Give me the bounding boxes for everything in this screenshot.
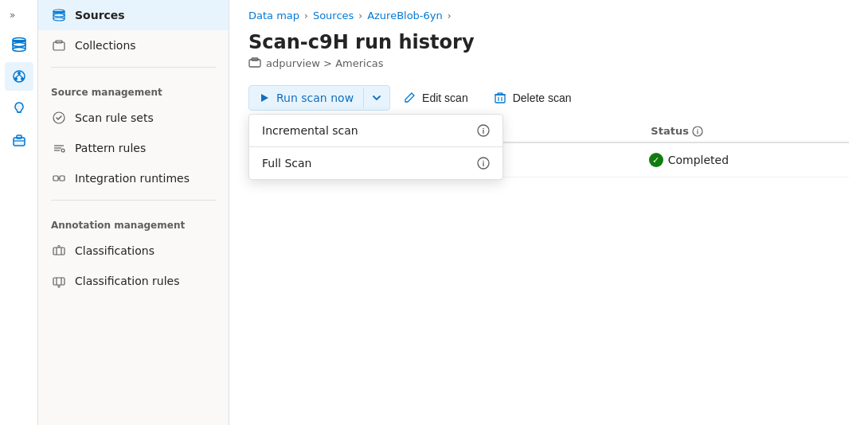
scan-rule-sets-label: Scan rule sets xyxy=(75,111,154,124)
run-scan-dropdown-menu: Incremental scan Full Scan xyxy=(248,114,503,180)
edit-scan-button[interactable]: Edit scan xyxy=(390,86,481,110)
status-label: Completed xyxy=(668,154,729,166)
lightbulb-rail-icon[interactable] xyxy=(5,94,33,123)
full-scan-option[interactable]: Full Scan xyxy=(249,147,502,179)
sidebar-item-integration-runtimes[interactable]: Integration runtimes xyxy=(38,163,229,193)
page-subtitle: adpurview > Americas xyxy=(248,57,849,69)
sidebar-item-sources[interactable]: Sources xyxy=(38,0,229,30)
classifications-label: Classifications xyxy=(75,244,154,257)
pattern-rules-label: Pattern rules xyxy=(75,142,146,154)
classification-rules-label: Classification rules xyxy=(75,275,180,287)
pattern-rules-icon xyxy=(51,140,67,156)
classification-rules-icon xyxy=(51,273,67,289)
sources-icon xyxy=(51,7,67,23)
edit-scan-text: Edit scan xyxy=(422,92,468,104)
data-share-rail-icon[interactable] xyxy=(5,62,33,91)
collection-icon xyxy=(248,57,261,69)
classifications-icon xyxy=(51,243,67,259)
svg-point-5 xyxy=(13,48,25,52)
source-management-header: Source management xyxy=(38,74,229,103)
svg-point-21 xyxy=(53,18,65,21)
run-scan-dropdown-button[interactable] xyxy=(363,88,389,108)
divider-1 xyxy=(51,67,216,68)
svg-point-35 xyxy=(58,245,60,247)
svg-point-8 xyxy=(14,77,18,80)
svg-rect-29 xyxy=(53,176,58,181)
svg-point-39 xyxy=(58,286,60,287)
svg-point-18 xyxy=(53,14,65,17)
sidebar-collections-label: Collections xyxy=(75,39,136,52)
breadcrumb-sep-1: › xyxy=(304,10,308,21)
sidebar-sources-label: Sources xyxy=(75,9,125,21)
svg-point-57 xyxy=(697,129,698,130)
sidebar-item-collections[interactable]: Collections xyxy=(38,30,229,60)
breadcrumb-sep-2: › xyxy=(358,10,362,21)
run-scan-label[interactable]: Run scan now xyxy=(249,86,363,110)
svg-point-54 xyxy=(483,161,484,162)
run-scan-text: Run scan now xyxy=(276,92,354,104)
svg-point-7 xyxy=(18,72,21,75)
breadcrumb-azure-blob[interactable]: AzureBlob-6yn xyxy=(367,10,443,21)
delete-scan-text: Delete scan xyxy=(513,92,572,104)
svg-rect-14 xyxy=(17,135,22,138)
full-scan-info-icon[interactable] xyxy=(477,157,490,170)
tools-rail-icon[interactable] xyxy=(5,126,33,154)
breadcrumb-sources[interactable]: Sources xyxy=(313,10,354,21)
status-header-label: Status xyxy=(651,125,689,137)
breadcrumb-data-map[interactable]: Data map xyxy=(248,10,299,21)
run-scan-now-button[interactable]: Run scan now xyxy=(248,85,390,111)
svg-point-9 xyxy=(21,77,24,80)
svg-rect-36 xyxy=(53,278,65,285)
col-header-status: Status xyxy=(651,125,849,137)
data-catalog-rail-icon[interactable] xyxy=(5,30,33,59)
svg-rect-43 xyxy=(495,95,505,103)
integration-runtimes-icon xyxy=(51,170,67,186)
page-subtitle-text: adpurview > Americas xyxy=(266,57,384,69)
collections-icon xyxy=(51,37,67,53)
delete-scan-button[interactable]: Delete scan xyxy=(481,86,585,110)
svg-rect-32 xyxy=(53,248,65,255)
breadcrumb-sep-3: › xyxy=(448,10,452,21)
incremental-scan-label: Incremental scan xyxy=(262,124,358,137)
svg-point-2 xyxy=(13,43,25,47)
page-title: Scan-c9H run history xyxy=(248,31,849,53)
svg-rect-30 xyxy=(60,176,65,181)
icon-rail: » xyxy=(0,0,38,425)
annotation-management-header: Annotation management xyxy=(38,207,229,236)
edit-icon xyxy=(403,92,416,104)
status-cell: ✓ Completed xyxy=(649,153,849,167)
main-content: Data map › Sources › AzureBlob-6yn › Sca… xyxy=(229,0,868,425)
status-info-icon[interactable] xyxy=(692,126,703,137)
full-scan-label: Full Scan xyxy=(262,157,311,170)
breadcrumb: Data map › Sources › AzureBlob-6yn › xyxy=(229,0,868,25)
sidebar: Sources Collections Source management Sc… xyxy=(38,0,229,425)
sidebar-item-scan-rule-sets[interactable]: Scan rule sets xyxy=(38,103,229,133)
incremental-scan-info-icon[interactable] xyxy=(477,124,490,137)
toolbar: Run scan now Edit scan xyxy=(229,79,868,117)
divider-2 xyxy=(51,200,216,201)
svg-point-51 xyxy=(483,128,484,130)
integration-runtimes-label: Integration runtimes xyxy=(75,172,190,185)
sidebar-item-classifications[interactable]: Classifications xyxy=(38,236,229,266)
svg-marker-42 xyxy=(261,94,268,102)
page-header: Scan-c9H run history adpurview > America… xyxy=(229,25,868,79)
status-completed: ✓ Completed xyxy=(649,153,729,167)
trash-icon xyxy=(494,92,506,104)
collapse-rail-button[interactable]: » xyxy=(6,6,18,24)
svg-point-28 xyxy=(61,149,65,152)
incremental-scan-option[interactable]: Incremental scan xyxy=(249,115,502,146)
scan-rule-sets-icon xyxy=(51,110,67,126)
sidebar-item-pattern-rules[interactable]: Pattern rules xyxy=(38,133,229,163)
sidebar-item-classification-rules[interactable]: Classification rules xyxy=(38,266,229,296)
completed-icon: ✓ xyxy=(649,153,663,167)
play-icon xyxy=(259,92,270,103)
